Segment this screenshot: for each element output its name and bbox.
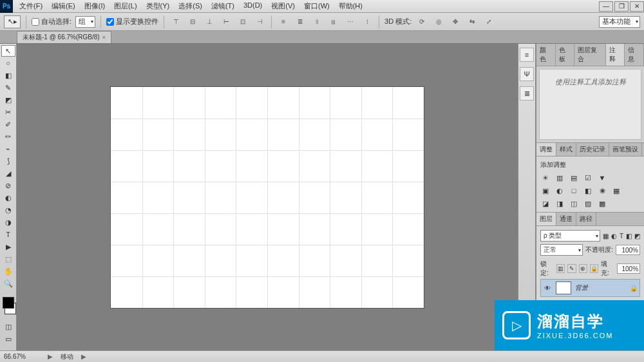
auto-select-type-select[interactable]: 组 (75, 16, 95, 28)
status-arrow-icon[interactable]: ▶ (48, 353, 53, 360)
tab-channels[interactable]: 通道 (556, 213, 576, 225)
adj-gradmap-icon[interactable]: ▨ (583, 199, 593, 208)
lock-all-icon[interactable]: 🔒 (590, 264, 598, 273)
filter-type-icon[interactable]: T (620, 233, 623, 240)
tab-layercomp[interactable]: 图层复合 (574, 44, 605, 66)
tab-history[interactable]: 历史记录 (576, 143, 609, 156)
layer-thumbnail[interactable] (556, 281, 571, 294)
document-tab-close-icon[interactable]: × (102, 34, 106, 41)
lock-pixels-icon[interactable]: ✎ (567, 264, 576, 273)
layer-kind-filter[interactable]: ρ 类型 (540, 230, 600, 242)
shape-tool[interactable]: ⬚ (1, 253, 15, 265)
3d-slide-icon[interactable]: ⇆ (466, 15, 478, 28)
adj-photofilter-icon[interactable]: ◧ (583, 186, 593, 195)
adj-balance-icon[interactable]: ◐ (554, 186, 565, 195)
adj-curves-icon[interactable]: ▤ (569, 173, 579, 182)
canvas[interactable] (111, 87, 424, 308)
eraser-tool[interactable]: ◢ (1, 167, 15, 179)
3d-orbit-icon[interactable]: ⟳ (415, 15, 428, 28)
distribute-5-icon[interactable]: ⋯ (344, 15, 357, 28)
document-tab[interactable]: 未标题-1 @ 66.7%(RGB/8) × (17, 31, 111, 43)
close-button[interactable]: ✕ (630, 1, 644, 12)
adj-brightness-icon[interactable]: ☀ (540, 173, 551, 182)
adj-lookup-icon[interactable]: ▦ (611, 186, 621, 195)
foreground-swatch[interactable] (3, 297, 14, 309)
align-top-icon[interactable]: ⊤ (169, 15, 182, 28)
minimize-button[interactable]: — (599, 1, 613, 12)
tab-styles[interactable]: 样式 (556, 143, 576, 156)
fill-field[interactable]: 100% (617, 263, 640, 274)
distribute-2-icon[interactable]: ≣ (294, 15, 307, 28)
adj-hue-icon[interactable]: ▣ (540, 186, 551, 195)
tab-color[interactable]: 颜色 (536, 44, 556, 66)
menu-edit[interactable]: 编辑(E) (48, 0, 79, 12)
layer-visibility-icon[interactable]: 👁 (543, 283, 552, 292)
menu-help[interactable]: 帮助(H) (335, 0, 366, 12)
auto-select-checkbox[interactable]: 自动选择: (32, 17, 71, 26)
menu-type[interactable]: 类型(Y) (142, 0, 174, 12)
lasso-tool[interactable]: ◧ (1, 70, 15, 81)
collapsed-panel-1-icon[interactable]: ≡ (520, 48, 534, 62)
collapsed-panel-3-icon[interactable]: ≣ (520, 86, 534, 100)
status-arrow2-icon[interactable]: ▶ (81, 353, 86, 360)
layer-name[interactable]: 背景 (575, 283, 626, 292)
adj-invert-icon[interactable]: ◪ (540, 199, 551, 208)
distribute-6-icon[interactable]: ⫶ (361, 15, 374, 28)
menu-select[interactable]: 选择(S) (175, 0, 206, 12)
align-left-icon[interactable]: ⊢ (220, 15, 232, 28)
filter-adjust-icon[interactable]: ◐ (611, 233, 617, 240)
tab-swatches[interactable]: 色板 (556, 44, 575, 66)
filter-shape-icon[interactable]: ◧ (626, 233, 632, 240)
layer-row-background[interactable]: 👁 背景 🔒 (540, 279, 640, 297)
menu-view[interactable]: 视图(V) (267, 0, 299, 12)
adj-channelmixer-icon[interactable]: ❀ (597, 186, 607, 195)
tab-adjustments[interactable]: 调整 (536, 143, 556, 156)
3d-pan-icon[interactable]: ✥ (449, 15, 462, 28)
distribute-4-icon[interactable]: ⫼ (327, 15, 340, 28)
heal-tool[interactable]: ✐ (1, 119, 15, 130)
adj-posterize-icon[interactable]: ◨ (554, 199, 565, 208)
pen-tool[interactable]: ◑ (1, 216, 15, 228)
filter-pixel-icon[interactable]: ▦ (603, 233, 609, 240)
show-transform-checkbox[interactable]: 显示变换控件 (106, 17, 158, 26)
zoom-level[interactable]: 66.67% (4, 353, 40, 360)
adj-exposure-icon[interactable]: ☑ (583, 173, 593, 182)
menu-file[interactable]: 文件(F) (15, 0, 46, 12)
eyedropper-tool[interactable]: ✂ (1, 106, 15, 118)
align-vcenter-icon[interactable]: ⊟ (186, 15, 199, 28)
menu-image[interactable]: 图像(I) (80, 0, 109, 12)
adj-bw-icon[interactable]: □ (569, 186, 579, 195)
current-tool-icon[interactable]: ↖▸ (4, 15, 21, 28)
quickmask-tool[interactable]: ◫ (1, 321, 15, 332)
path-select-tool[interactable]: ▶ (1, 241, 15, 252)
blur-tool[interactable]: ◐ (1, 192, 15, 204)
align-bottom-icon[interactable]: ⊥ (203, 15, 216, 28)
tab-layers[interactable]: 图层 (536, 213, 556, 225)
filter-smart-icon[interactable]: ◩ (634, 233, 640, 240)
marquee-tool[interactable]: ○ (1, 57, 15, 69)
gradient-tool[interactable]: ⊘ (1, 180, 15, 191)
align-right-icon[interactable]: ⊣ (253, 15, 266, 28)
tab-notes[interactable]: 注释 (606, 44, 625, 66)
stamp-tool[interactable]: ⌁ (1, 143, 15, 155)
zoom-tool[interactable]: 🔍 (1, 278, 15, 289)
adj-vibrance-icon[interactable]: ▼ (597, 173, 607, 182)
align-hcenter-icon[interactable]: ⊡ (236, 15, 249, 28)
canvas-area[interactable] (17, 44, 518, 350)
menu-window[interactable]: 窗口(W) (300, 0, 334, 12)
type-tool[interactable]: T (1, 229, 15, 240)
lock-position-icon[interactable]: ⊕ (579, 264, 587, 273)
maximize-button[interactable]: ❐ (614, 1, 629, 12)
wand-tool[interactable]: ✎ (1, 82, 15, 93)
tab-info[interactable]: 信息 (625, 44, 644, 66)
crop-tool[interactable]: ◩ (1, 94, 15, 106)
menu-3d[interactable]: 3D(D) (240, 0, 266, 12)
distribute-1-icon[interactable]: ≡ (277, 15, 290, 28)
hand-tool[interactable]: ✋ (1, 265, 15, 277)
brush-tool[interactable]: ✏ (1, 131, 15, 142)
adj-levels-icon[interactable]: ▥ (554, 173, 565, 182)
distribute-3-icon[interactable]: ⫴ (310, 15, 323, 28)
menu-layer[interactable]: 图层(L) (110, 0, 140, 12)
menu-filter[interactable]: 滤镜(T) (207, 0, 238, 12)
screenmode-tool[interactable]: ▭ (1, 333, 15, 345)
